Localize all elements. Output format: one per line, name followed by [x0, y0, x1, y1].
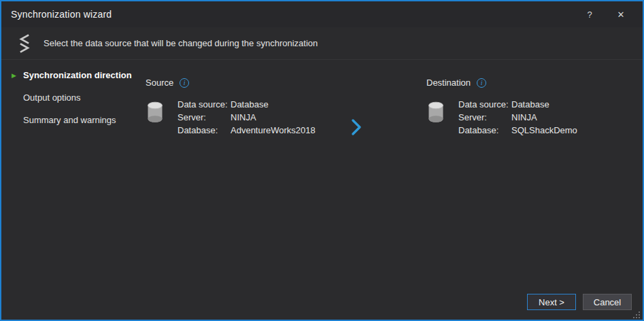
destination-details: Data source: Database Server: NINJA Data… [426, 100, 577, 135]
field-value: Database [231, 100, 269, 109]
field-row: Data source: Database [177, 100, 316, 109]
step-label: Output options [23, 92, 81, 103]
field-row: Database: SQLShackDemo [458, 126, 577, 135]
field-value: NINJA [511, 113, 537, 122]
direction-chevron-icon[interactable] [351, 118, 362, 136]
database-icon [426, 101, 445, 123]
wizard-header: Select the data source that will be chan… [1, 27, 643, 60]
resize-grip[interactable] [632, 309, 641, 318]
source-title-row: Source i [146, 78, 316, 88]
window-title: Synchronization wizard [11, 9, 112, 20]
field-row: Data source: Database [458, 100, 577, 109]
field-label: Server: [458, 113, 511, 122]
field-value: SQLShackDemo [511, 126, 577, 135]
field-label: Server: [177, 113, 231, 122]
sync-direction-icon [18, 33, 31, 54]
header-instruction: Select the data source that will be chan… [44, 38, 318, 48]
next-button[interactable]: Next > [527, 294, 576, 310]
destination-info-icon[interactable]: i [477, 78, 486, 88]
source-title: Source [146, 78, 173, 88]
step-output-options[interactable]: Output options [1, 86, 141, 109]
field-value: NINJA [231, 113, 256, 122]
title-bar[interactable]: Synchronization wizard ? ✕ [1, 1, 643, 27]
step-summary-and-warnings[interactable]: Summary and warnings [1, 109, 141, 131]
field-value: Database [511, 100, 549, 109]
synchronization-wizard-window: Synchronization wizard ? ✕ Select the da… [0, 0, 644, 321]
destination-title-row: Destination i [426, 78, 577, 88]
destination-fields: Data source: Database Server: NINJA Data… [458, 100, 577, 135]
close-button[interactable]: ✕ [614, 10, 628, 20]
destination-title: Destination [426, 78, 471, 88]
source-info-icon[interactable]: i [180, 78, 189, 88]
field-row: Database: AdventureWorks2018 [177, 126, 316, 135]
field-row: Server: NINJA [458, 113, 577, 122]
cancel-button[interactable]: Cancel [583, 294, 632, 310]
wizard-steps-sidebar: ▶ Synchronization direction Output optio… [1, 64, 141, 131]
field-label: Data source: [177, 100, 231, 109]
source-fields: Data source: Database Server: NINJA Data… [177, 100, 316, 135]
step-label: Summary and warnings [23, 115, 116, 125]
field-row: Server: NINJA [177, 113, 316, 122]
source-panel: Source i Data source: Database Server: [146, 78, 316, 135]
titlebar-controls: ? ✕ [583, 10, 633, 20]
destination-panel: Destination i Data source: Database Serv… [426, 78, 577, 135]
source-details: Data source: Database Server: NINJA Data… [146, 100, 316, 135]
step-synchronization-direction[interactable]: ▶ Synchronization direction [1, 64, 141, 86]
wizard-footer: Next > Cancel [527, 294, 632, 310]
field-label: Data source: [458, 100, 511, 109]
field-label: Database: [458, 126, 511, 135]
active-step-arrow-icon: ▶ [12, 72, 16, 78]
field-label: Database: [177, 126, 231, 135]
help-button[interactable]: ? [583, 10, 596, 20]
field-value: AdventureWorks2018 [231, 126, 316, 135]
step-label: Synchronization direction [23, 70, 132, 80]
database-icon [146, 101, 165, 123]
